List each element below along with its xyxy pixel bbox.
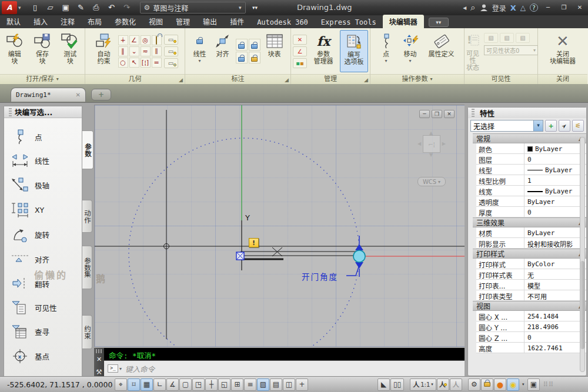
viewport-restore-button[interactable]: ❐	[432, 110, 442, 118]
constraint-parallel-icon[interactable]: ∥	[118, 46, 128, 56]
lock-horizontal-icon[interactable]	[249, 52, 260, 63]
object-snap-toggle[interactable]: ▢	[179, 378, 192, 391]
prop-row-linetype[interactable]: 线型 ByLayer	[476, 165, 586, 175]
drawing-tab[interactable]: Drawing1* ✕	[11, 88, 86, 102]
annotation-scale-button[interactable]: 人 1:1 ▾	[410, 378, 436, 391]
workspace-switching-button[interactable]: ⚙	[468, 378, 480, 391]
command-history[interactable]: 命令: *取消*	[104, 348, 465, 360]
lock-angular-icon[interactable]	[236, 52, 248, 63]
tab-layout[interactable]: 布局	[81, 15, 108, 28]
annotation-monitor-toggle[interactable]: +	[296, 378, 308, 391]
panel-label-manage[interactable]: 管理	[291, 74, 370, 84]
edit-block-button[interactable]: 编辑 块	[2, 30, 27, 72]
prop-row-layer[interactable]: 图层 0	[476, 154, 586, 165]
toolbar-lock-button[interactable]	[481, 378, 493, 391]
toggle-pickadd-button[interactable]: +	[545, 120, 557, 132]
side-tab-actions[interactable]: 动作	[82, 200, 92, 233]
properties-scrollbar-thumb[interactable]	[580, 261, 584, 349]
redo-icon[interactable]: ↷	[120, 2, 134, 14]
command-input-row[interactable]: >_ ▾ 键入命令	[104, 360, 465, 376]
annotation-visibility-toggle[interactable]: 人	[437, 378, 449, 391]
ribbon-display-toggle[interactable]: ▾▾	[429, 18, 449, 27]
auto-constrain-button[interactable]: 自动 约束	[92, 30, 116, 72]
object-type-selector[interactable]: 无选择 ▾	[470, 120, 543, 132]
prop-row-transparency[interactable]: 透明度 ByLayer	[476, 196, 586, 207]
workspace-dropdown[interactable]: ⚙ 草图与注释 ▾	[140, 2, 246, 14]
properties-grip[interactable]	[472, 109, 475, 117]
selection-cycling-toggle[interactable]: ◫	[283, 378, 295, 391]
section-plot-style[interactable]: 打印样式▲	[473, 249, 586, 259]
polar-tracking-toggle[interactable]: ∡	[166, 378, 179, 391]
close-block-editor-button[interactable]: ✕ 关闭 块编辑器	[542, 30, 583, 72]
palette-item-alignment[interactable]: 对齐	[4, 247, 82, 271]
test-block-button[interactable]: 测试 块	[58, 30, 83, 72]
panel-label-action-parameters[interactable]: 操作参数▾	[370, 74, 464, 84]
constraint-tangent-icon[interactable]: ⌄	[129, 46, 139, 56]
clean-screen-button[interactable]: ▣	[527, 378, 540, 391]
panel-label-open-save[interactable]: 打开/保存▾	[0, 74, 85, 84]
quick-properties-toggle[interactable]: ▤	[270, 378, 282, 391]
side-tab-parameter-sets[interactable]: 参数集	[82, 246, 92, 289]
command-dock-grip[interactable]	[96, 349, 102, 353]
palette-item-point[interactable]: 点	[4, 125, 82, 149]
qat-overflow-icon[interactable]: ▾▾	[248, 2, 262, 14]
authoring-palettes-button[interactable]: 编写 选项板	[340, 30, 368, 72]
palette-item-flip[interactable]: 翻转	[4, 272, 82, 296]
tab-express-tools[interactable]: Express Tools	[315, 16, 383, 28]
show-transparency-toggle[interactable]: ▨	[257, 378, 269, 391]
model-space-button[interactable]: ◣	[377, 378, 390, 391]
command-prompt-caret-icon[interactable]: ▾	[119, 366, 122, 371]
prop-row-plot-table[interactable]: 打印表... 模型	[476, 280, 586, 290]
performance-button[interactable]: ●	[494, 378, 506, 391]
palette-item-polar[interactable]: 极轴	[4, 173, 82, 197]
tab-insert[interactable]: 插入	[27, 15, 54, 28]
door-angle-label[interactable]: 开门角度	[302, 270, 338, 282]
wcs-dropdown[interactable]: WCS ▾	[417, 177, 446, 186]
tab-plugins[interactable]: 插件	[223, 15, 250, 28]
isolate-caret-icon[interactable]: ▾	[520, 378, 527, 391]
constraint-smooth-icon[interactable]: ≂	[141, 46, 151, 56]
section-3d-effects[interactable]: 三维效果▲	[473, 217, 586, 227]
move-action-button[interactable]: 移动 ▾	[399, 30, 422, 72]
visibility-state-dropdown[interactable]: 可见性状态0 ▾	[484, 45, 538, 55]
constraint-settings-icon[interactable]: ∠	[293, 46, 307, 56]
properties-header[interactable]: 特性	[468, 108, 586, 118]
show-hide-constraints-icon[interactable]: ▭	[164, 35, 178, 45]
exchange-apps-icon[interactable]: X	[510, 4, 516, 12]
isolate-objects-button[interactable]: ◉	[507, 378, 519, 391]
a360-icon[interactable]: △	[520, 4, 526, 12]
palette-item-basepoint[interactable]: x 基点	[4, 344, 82, 368]
constraint-equal-icon[interactable]: =	[152, 58, 162, 68]
minimize-button[interactable]: ─	[542, 3, 554, 12]
prop-row-color[interactable]: 颜色 ByLayer	[476, 143, 586, 154]
view-cube[interactable]: ⌐¦ ▲ ▼ ◀ ▶	[419, 131, 445, 157]
aligned-dimension-button[interactable]: 对齐	[212, 30, 233, 72]
infer-constraints-toggle[interactable]: ⌖	[115, 378, 127, 391]
signin-label[interactable]: 登录	[492, 3, 506, 13]
maximize-button[interactable]: ❐	[558, 3, 570, 12]
tab-output[interactable]: 输出	[196, 15, 223, 28]
quick-select-button[interactable]: ⚟	[572, 120, 584, 132]
dynamic-ucs-toggle[interactable]: ◱	[218, 378, 230, 391]
collapse-arrow-icon[interactable]: ◂	[463, 4, 466, 12]
angle-parameter-grip[interactable]	[353, 250, 365, 262]
dynamic-input-toggle[interactable]: ⊞	[231, 378, 243, 391]
quick-view-layouts-button[interactable]: ▯▯	[390, 378, 404, 391]
user-icon[interactable]	[480, 4, 488, 12]
viewport-minimize-button[interactable]: ─	[419, 110, 430, 118]
constraint-perpendicular-icon[interactable]: ∠	[129, 35, 139, 45]
print-icon[interactable]: ⎙	[89, 2, 103, 14]
object-snap-3d-toggle[interactable]: ◳	[192, 378, 205, 391]
palette-grip[interactable]	[9, 108, 12, 116]
prop-row-center-y[interactable]: 圆心 Y ... 218.4906	[476, 321, 586, 332]
prop-row-lineweight[interactable]: 线宽 ByLayer	[476, 186, 586, 196]
command-input-placeholder[interactable]: 键入命令	[125, 363, 155, 374]
dimensional-dialog-launcher[interactable]: ◢	[285, 77, 289, 83]
tab-autodesk360[interactable]: Autodesk 360	[250, 16, 315, 28]
prop-row-plot-style[interactable]: 打印样式 ByColor	[476, 259, 586, 269]
prop-row-plot-style-table[interactable]: 打印样式表 无	[476, 269, 586, 280]
palette-item-xy[interactable]: XY	[4, 198, 82, 222]
object-snap-tracking-toggle[interactable]: ┼	[205, 378, 218, 391]
constraint-coincident-icon[interactable]: ∔	[118, 35, 128, 45]
drawing-tab-close-icon[interactable]: ✕	[76, 92, 81, 98]
